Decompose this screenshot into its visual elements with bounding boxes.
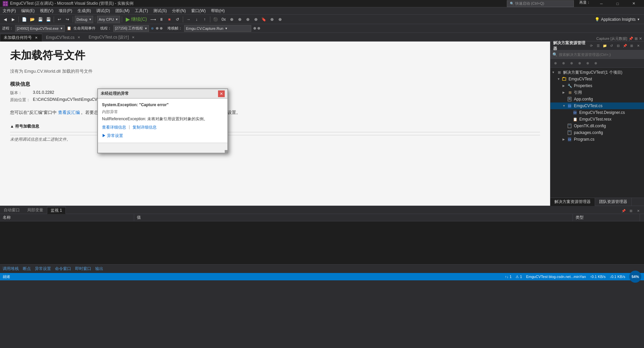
tree-item-resx[interactable]: ▶ 📋 EmguCVTest.resx: [550, 116, 644, 123]
se-tab-solution[interactable]: 解决方案资源管理器: [550, 198, 595, 206]
bottom-panel-float[interactable]: ⊞: [628, 208, 634, 214]
tree-item-solution[interactable]: ▼ ⊞ 解决方案'EmguCVTest'(1 个项目): [550, 69, 644, 76]
debug-output[interactable]: 输出: [95, 266, 103, 272]
tab-autowindow[interactable]: 自动窗口: [0, 206, 23, 214]
menu-debug[interactable]: 调试(D): [94, 7, 113, 15]
se-toolbar-btn3[interactable]: ⊕: [568, 60, 575, 67]
debug-callstack[interactable]: 调用堆栈: [3, 266, 19, 272]
debug-command[interactable]: 命令窗口: [55, 266, 71, 272]
quick-launch-placeholder[interactable]: 快速启动 (Ctrl+Q): [515, 1, 544, 6]
se-toolbar-btn1[interactable]: ⊕: [552, 60, 559, 67]
bottom-panel-pin[interactable]: 📌: [621, 208, 627, 214]
toolbar-stop[interactable]: ■: [166, 16, 173, 23]
menu-help[interactable]: 帮助(H): [208, 7, 227, 15]
tab-noloaded[interactable]: 未加载任何符号 ✕: [0, 33, 42, 42]
toolbar-more6[interactable]: ⊕: [276, 16, 284, 23]
se-toolbar-btn4[interactable]: ⊕: [576, 60, 583, 67]
menu-project[interactable]: 项目(P): [56, 7, 75, 15]
symbol-section-title[interactable]: ▲ 符号加载信息: [10, 124, 540, 129]
tree-item-packages[interactable]: ▶ packages.config: [550, 129, 644, 136]
toolbar-more3[interactable]: ⊕: [244, 16, 252, 23]
toolbar-more4[interactable]: ⊕: [252, 16, 260, 23]
section-toggle[interactable]: ▲ 符号加载信息: [10, 124, 39, 129]
toolbar-hex[interactable]: 0x: [220, 16, 227, 23]
tab-designer-close[interactable]: ✕: [131, 35, 136, 40]
exception-settings-toggle[interactable]: ▶ 异常设置: [102, 133, 223, 139]
menu-build[interactable]: 生成(B): [75, 7, 94, 15]
tab-designer[interactable]: EmguCVTest.cs [设计] ✕: [85, 33, 139, 41]
se-search-input[interactable]: [559, 53, 642, 57]
menu-view[interactable]: 视图(V): [37, 7, 56, 15]
menu-edit[interactable]: 编辑(E): [18, 7, 37, 15]
process-dropdown[interactable]: [24992] EmguCVTest.exe ▼: [15, 25, 65, 32]
continue-button[interactable]: ▶ 继续(C): [124, 16, 149, 23]
tree-item-opentk[interactable]: ▶ OpenTK.dll.config: [550, 123, 644, 129]
stack-dropdown[interactable]: Emgu.CV.Capture.Run ▼: [184, 25, 251, 32]
menu-window[interactable]: 窗口(W): [189, 7, 208, 15]
tab-watch1[interactable]: 监视 1: [47, 207, 66, 214]
toolbar-restart[interactable]: ↺: [174, 16, 181, 23]
toolbar-more5[interactable]: ⊕: [268, 16, 276, 23]
tab-split[interactable]: ⊞: [635, 37, 638, 41]
copy-detail-link[interactable]: 复制详细信息: [132, 125, 157, 130]
toolbar-open[interactable]: 📂: [29, 16, 36, 23]
menu-file[interactable]: 文件(F): [0, 7, 18, 15]
se-properties-btn[interactable]: ☰: [595, 43, 601, 49]
debug-immediate[interactable]: 即时窗口: [75, 266, 91, 272]
menu-analyze[interactable]: 分析(N): [169, 7, 189, 15]
tree-item-project[interactable]: ▼ EmguCVTest: [550, 76, 644, 82]
toolbar-saveall[interactable]: 💾: [45, 16, 52, 23]
tree-item-program[interactable]: ▶ C# Program.cs: [550, 136, 644, 143]
toolbar-step-over[interactable]: ⟶: [150, 16, 157, 23]
se-pin-btn[interactable]: 📌: [622, 43, 628, 49]
hint1-link[interactable]: 查看反汇编: [58, 110, 80, 115]
menu-test[interactable]: 测试(S): [151, 7, 169, 15]
tree-item-emgucvtest[interactable]: ▼ C# EmguCVTest.cs: [550, 102, 644, 109]
close-button[interactable]: ✕: [626, 0, 641, 7]
application-insights[interactable]: 💡 Application Insights ▼: [592, 17, 643, 22]
toolbar-more2[interactable]: ⊕: [236, 16, 244, 23]
tab-pin[interactable]: 📌: [629, 37, 633, 41]
tab-emgucvtest-close[interactable]: ✕: [76, 35, 81, 40]
maximize-button[interactable]: □: [610, 0, 625, 7]
debug-exceptions[interactable]: 异常设置: [35, 266, 51, 272]
minimize-button[interactable]: ─: [594, 0, 609, 7]
se-toolbar-btn5[interactable]: ⊕: [584, 60, 591, 67]
toolbar-step-into[interactable]: ↓: [193, 16, 200, 23]
tree-item-appconfig[interactable]: ▶ App.config: [550, 96, 644, 102]
se-tab-team[interactable]: 团队资源管理器: [595, 198, 632, 206]
tree-item-designer[interactable]: ▶ C# EmguCVTest.Designer.cs: [550, 109, 644, 116]
se-collapse-btn[interactable]: ⊟: [615, 43, 621, 49]
watch-scroll-area[interactable]: [0, 221, 644, 264]
toolbar-next-stmt[interactable]: →: [185, 16, 192, 23]
tree-item-references[interactable]: ▶ ⊞ 引用: [550, 89, 644, 96]
toolbar-undo[interactable]: ↩: [56, 16, 63, 23]
view-detail-link[interactable]: 查看详细信息: [102, 125, 126, 130]
thread-dropdown[interactable]: [27156] 工作线程 ▼: [113, 25, 149, 32]
menu-tools[interactable]: 工具(T): [132, 7, 151, 15]
toolbar-forward[interactable]: ▶: [9, 16, 17, 23]
toolbar-redo[interactable]: ↪: [64, 16, 71, 23]
tab-close-all[interactable]: ✕: [639, 37, 642, 41]
se-close-btn[interactable]: ✕: [635, 43, 641, 49]
toolbar-save[interactable]: 💾: [37, 16, 44, 23]
toolbar-more1[interactable]: ⊕: [228, 16, 235, 23]
toolbar-step-out[interactable]: ↑: [201, 16, 208, 23]
toolbar-new[interactable]: 📄: [20, 16, 28, 23]
debug-config-dropdown[interactable]: Debug ▼: [75, 16, 93, 23]
bottom-panel-close[interactable]: ✕: [635, 208, 641, 214]
tab-localvars[interactable]: 局部变量: [23, 206, 47, 214]
tree-item-properties[interactable]: ▶ 🔧 Properties: [550, 82, 644, 89]
dialog-resize-handle[interactable]: [225, 150, 227, 153]
debug-breakpoints[interactable]: 断点: [23, 266, 31, 272]
se-toolbar-btn2[interactable]: ⊕: [560, 60, 567, 67]
se-refresh-btn[interactable]: ↺: [608, 43, 614, 49]
tab-noloaded-close[interactable]: ✕: [34, 36, 39, 40]
tab-emgucvtest[interactable]: EmguCVTest.cs ✕: [42, 33, 85, 41]
se-toolbar-btn6[interactable]: ⊕: [592, 60, 599, 67]
toolbar-pause[interactable]: ⏸: [158, 16, 165, 23]
se-new-folder-btn[interactable]: 📁: [602, 43, 608, 49]
toolbar-back[interactable]: ◀: [1, 16, 9, 23]
dialog-close-button[interactable]: ✕: [218, 90, 225, 97]
toolbar-bookmark[interactable]: 🔖: [260, 16, 268, 23]
